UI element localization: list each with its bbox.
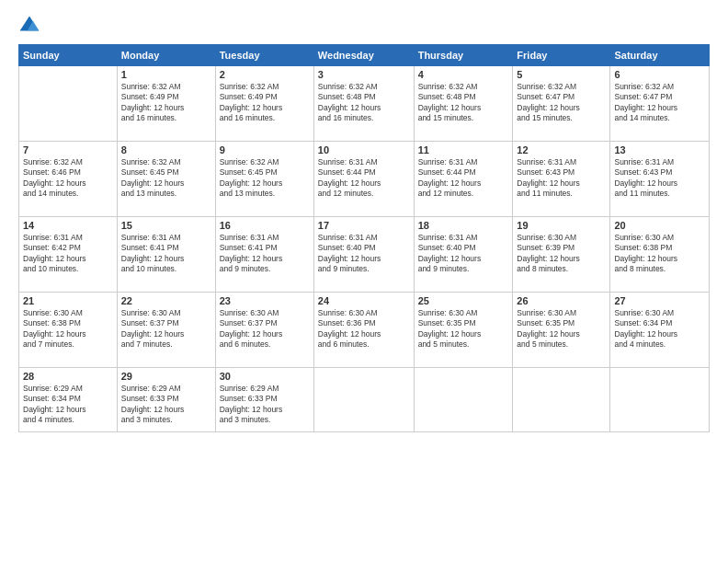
calendar-cell: 21Sunrise: 6:30 AM Sunset: 6:38 PM Dayli… — [19, 293, 118, 368]
day-info: Sunrise: 6:32 AM Sunset: 6:45 PM Dayligh… — [220, 157, 310, 200]
day-info: Sunrise: 6:32 AM Sunset: 6:46 PM Dayligh… — [23, 157, 113, 200]
calendar-cell: 28Sunrise: 6:29 AM Sunset: 6:34 PM Dayli… — [19, 368, 118, 432]
day-info: Sunrise: 6:32 AM Sunset: 6:47 PM Dayligh… — [614, 82, 705, 124]
day-number: 10 — [318, 144, 410, 155]
calendar-cell: 23Sunrise: 6:30 AM Sunset: 6:37 PM Dayli… — [215, 293, 313, 368]
calendar-cell: 11Sunrise: 6:31 AM Sunset: 6:44 PM Dayli… — [414, 142, 513, 217]
day-info: Sunrise: 6:30 AM Sunset: 6:39 PM Dayligh… — [517, 233, 606, 275]
calendar-cell: 13Sunrise: 6:31 AM Sunset: 6:43 PM Dayli… — [610, 142, 710, 217]
calendar-cell — [414, 368, 513, 432]
day-info: Sunrise: 6:29 AM Sunset: 6:33 PM Dayligh… — [121, 384, 211, 426]
calendar-week-3: 14Sunrise: 6:31 AM Sunset: 6:42 PM Dayli… — [19, 217, 710, 293]
day-info: Sunrise: 6:32 AM Sunset: 6:48 PM Dayligh… — [318, 82, 410, 124]
day-info: Sunrise: 6:30 AM Sunset: 6:38 PM Dayligh… — [614, 233, 705, 275]
day-info: Sunrise: 6:30 AM Sunset: 6:36 PM Dayligh… — [318, 308, 410, 350]
day-number: 17 — [318, 220, 410, 231]
day-info: Sunrise: 6:30 AM Sunset: 6:34 PM Dayligh… — [614, 308, 705, 350]
calendar-cell: 6Sunrise: 6:32 AM Sunset: 6:47 PM Daylig… — [610, 66, 710, 142]
calendar-cell: 12Sunrise: 6:31 AM Sunset: 6:43 PM Dayli… — [513, 142, 610, 217]
day-number: 11 — [418, 144, 509, 155]
calendar-cell: 7Sunrise: 6:32 AM Sunset: 6:46 PM Daylig… — [19, 142, 118, 217]
day-number: 18 — [418, 220, 509, 231]
calendar-cell: 16Sunrise: 6:31 AM Sunset: 6:41 PM Dayli… — [215, 217, 313, 293]
day-number: 30 — [220, 371, 310, 382]
calendar-cell: 10Sunrise: 6:31 AM Sunset: 6:44 PM Dayli… — [313, 142, 414, 217]
day-info: Sunrise: 6:29 AM Sunset: 6:33 PM Dayligh… — [220, 384, 310, 426]
calendar-cell — [513, 368, 610, 432]
day-info: Sunrise: 6:30 AM Sunset: 6:35 PM Dayligh… — [517, 308, 606, 350]
page: SundayMondayTuesdayWednesdayThursdayFrid… — [0, 0, 728, 563]
calendar-cell: 8Sunrise: 6:32 AM Sunset: 6:45 PM Daylig… — [117, 142, 215, 217]
logo-icon — [18, 15, 40, 37]
calendar-cell: 17Sunrise: 6:31 AM Sunset: 6:40 PM Dayli… — [313, 217, 414, 293]
day-number: 16 — [220, 220, 310, 231]
header — [18, 15, 710, 37]
column-header-tuesday: Tuesday — [215, 45, 313, 66]
day-info: Sunrise: 6:30 AM Sunset: 6:38 PM Dayligh… — [23, 308, 113, 350]
calendar-week-2: 7Sunrise: 6:32 AM Sunset: 6:46 PM Daylig… — [19, 142, 710, 217]
calendar-cell: 15Sunrise: 6:31 AM Sunset: 6:41 PM Dayli… — [117, 217, 215, 293]
day-number: 7 — [23, 144, 113, 155]
calendar-table: SundayMondayTuesdayWednesdayThursdayFrid… — [18, 44, 710, 432]
day-number: 26 — [517, 295, 606, 306]
day-info: Sunrise: 6:31 AM Sunset: 6:44 PM Dayligh… — [418, 157, 509, 200]
day-info: Sunrise: 6:32 AM Sunset: 6:49 PM Dayligh… — [220, 82, 310, 124]
calendar-week-4: 21Sunrise: 6:30 AM Sunset: 6:38 PM Dayli… — [19, 293, 710, 368]
column-header-saturday: Saturday — [610, 45, 710, 66]
day-number: 6 — [614, 69, 705, 80]
day-number: 22 — [121, 295, 211, 306]
logo — [18, 15, 44, 37]
day-info: Sunrise: 6:30 AM Sunset: 6:37 PM Dayligh… — [121, 308, 211, 350]
day-info: Sunrise: 6:31 AM Sunset: 6:40 PM Dayligh… — [418, 233, 509, 275]
day-number: 8 — [121, 144, 211, 155]
day-number: 20 — [614, 220, 705, 231]
day-number: 27 — [614, 295, 705, 306]
day-info: Sunrise: 6:31 AM Sunset: 6:41 PM Dayligh… — [121, 233, 211, 275]
calendar-cell: 29Sunrise: 6:29 AM Sunset: 6:33 PM Dayli… — [117, 368, 215, 432]
calendar-cell: 27Sunrise: 6:30 AM Sunset: 6:34 PM Dayli… — [610, 293, 710, 368]
column-header-wednesday: Wednesday — [313, 45, 414, 66]
day-info: Sunrise: 6:32 AM Sunset: 6:45 PM Dayligh… — [121, 157, 211, 200]
day-number: 5 — [517, 69, 606, 80]
column-header-friday: Friday — [513, 45, 610, 66]
day-number: 25 — [418, 295, 509, 306]
calendar-header-row: SundayMondayTuesdayWednesdayThursdayFrid… — [19, 45, 710, 66]
day-info: Sunrise: 6:29 AM Sunset: 6:34 PM Dayligh… — [23, 384, 113, 426]
day-number: 21 — [23, 295, 113, 306]
day-info: Sunrise: 6:30 AM Sunset: 6:37 PM Dayligh… — [220, 308, 310, 350]
day-number: 29 — [121, 371, 211, 382]
calendar-cell: 24Sunrise: 6:30 AM Sunset: 6:36 PM Dayli… — [313, 293, 414, 368]
calendar-cell: 5Sunrise: 6:32 AM Sunset: 6:47 PM Daylig… — [513, 66, 610, 142]
calendar-cell: 30Sunrise: 6:29 AM Sunset: 6:33 PM Dayli… — [215, 368, 313, 432]
calendar-cell — [19, 66, 118, 142]
day-number: 19 — [517, 220, 606, 231]
day-info: Sunrise: 6:32 AM Sunset: 6:49 PM Dayligh… — [121, 82, 211, 124]
day-info: Sunrise: 6:32 AM Sunset: 6:48 PM Dayligh… — [418, 82, 509, 124]
calendar-cell: 22Sunrise: 6:30 AM Sunset: 6:37 PM Dayli… — [117, 293, 215, 368]
column-header-sunday: Sunday — [19, 45, 118, 66]
calendar-week-1: 1Sunrise: 6:32 AM Sunset: 6:49 PM Daylig… — [19, 66, 710, 142]
calendar-cell: 4Sunrise: 6:32 AM Sunset: 6:48 PM Daylig… — [414, 66, 513, 142]
calendar-cell — [313, 368, 414, 432]
day-info: Sunrise: 6:31 AM Sunset: 6:42 PM Dayligh… — [23, 233, 113, 275]
day-info: Sunrise: 6:30 AM Sunset: 6:35 PM Dayligh… — [418, 308, 509, 350]
column-header-monday: Monday — [117, 45, 215, 66]
day-number: 4 — [418, 69, 509, 80]
day-number: 3 — [318, 69, 410, 80]
day-info: Sunrise: 6:31 AM Sunset: 6:44 PM Dayligh… — [318, 157, 410, 200]
calendar-cell: 25Sunrise: 6:30 AM Sunset: 6:35 PM Dayli… — [414, 293, 513, 368]
day-number: 23 — [220, 295, 310, 306]
day-number: 9 — [220, 144, 310, 155]
calendar-cell: 19Sunrise: 6:30 AM Sunset: 6:39 PM Dayli… — [513, 217, 610, 293]
day-number: 15 — [121, 220, 211, 231]
calendar-week-5: 28Sunrise: 6:29 AM Sunset: 6:34 PM Dayli… — [19, 368, 710, 432]
day-number: 28 — [23, 371, 113, 382]
calendar-cell: 3Sunrise: 6:32 AM Sunset: 6:48 PM Daylig… — [313, 66, 414, 142]
day-number: 13 — [614, 144, 705, 155]
calendar-cell: 14Sunrise: 6:31 AM Sunset: 6:42 PM Dayli… — [19, 217, 118, 293]
day-number: 14 — [23, 220, 113, 231]
calendar-cell — [610, 368, 710, 432]
calendar-cell: 2Sunrise: 6:32 AM Sunset: 6:49 PM Daylig… — [215, 66, 313, 142]
calendar-cell: 26Sunrise: 6:30 AM Sunset: 6:35 PM Dayli… — [513, 293, 610, 368]
day-info: Sunrise: 6:31 AM Sunset: 6:43 PM Dayligh… — [517, 157, 606, 200]
